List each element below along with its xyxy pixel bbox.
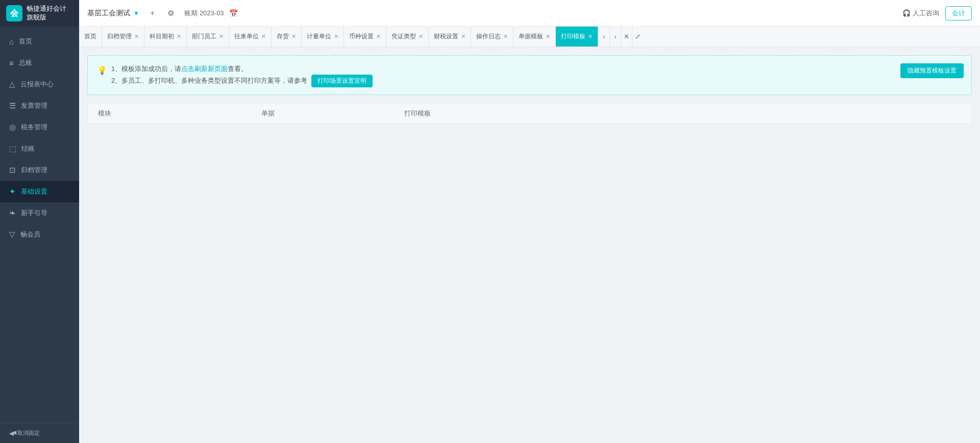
tab-bar: 首页归档管理✕科目期初✕部门员工✕往来单位✕存货✕计量单位✕币种设置✕凭证类型✕… <box>79 27 980 47</box>
logo-icon: 会 <box>6 5 22 21</box>
th-print_template: 打印模板 <box>394 109 971 118</box>
tab-currency[interactable]: 币种设置✕ <box>344 27 386 47</box>
tab-home[interactable]: 首页 <box>79 27 102 47</box>
tab-close-department[interactable]: ✕ <box>219 33 224 40</box>
tab-close-subject[interactable]: ✕ <box>177 33 181 40</box>
table-header: 模块单据打印模板 <box>87 103 972 124</box>
tab-label-department: 部门员工 <box>192 32 216 41</box>
nav-icon-guide: ❧ <box>9 208 16 218</box>
tab-close-operation_log[interactable]: ✕ <box>503 33 508 40</box>
nav-label-ledger: 总账 <box>19 58 32 67</box>
refresh-link[interactable]: 点击刷新新页面 <box>181 65 228 73</box>
nav-label-closing: 结账 <box>21 144 35 153</box>
tab-close-unit[interactable]: ✕ <box>334 33 338 40</box>
nav-icon-reports: △ <box>9 80 15 89</box>
nav-icon-tax: ◎ <box>9 123 16 132</box>
sidebar-item-guide[interactable]: ❧新手引导 <box>0 202 79 224</box>
period-info: 账期 2023-03 📅 <box>184 9 238 18</box>
settings-button[interactable]: ⚙ <box>164 6 178 20</box>
tab-supplier[interactable]: 往来单位✕ <box>229 27 272 47</box>
tab-close-single_template[interactable]: ✕ <box>546 33 550 40</box>
tab-label-supplier: 往来单位 <box>234 32 259 41</box>
sidebar-item-archive[interactable]: ⊡归档管理 <box>0 159 79 181</box>
nav-label-guide: 新手引导 <box>21 208 47 218</box>
sidebar-item-reports[interactable]: △云报表中心 <box>0 74 79 95</box>
sidebar: 会 畅捷通好会计 旗舰版 ⌂首页≡总账△云报表中心☰发票管理◎税务管理⬚结账⊡归… <box>0 0 79 443</box>
tab-nav-left[interactable]: ‹ <box>598 27 609 47</box>
nav-icon-member: ▽ <box>9 230 15 239</box>
sidebar-item-invoice[interactable]: ☰发票管理 <box>0 95 79 116</box>
nav-icon-ledger: ≡ <box>9 59 14 67</box>
notice-icon: 💡 <box>97 63 107 78</box>
notice-line1: 1、模板添加成功后，请点击刷新新页面查看。 <box>111 63 373 75</box>
tab-close-archive[interactable]: ✕ <box>134 33 139 40</box>
top-bar-right: 🎧 人工咨询 会计 <box>902 6 972 20</box>
tab-operation_log[interactable]: 操作日志✕ <box>471 27 513 47</box>
nav-icon-settings: ✦ <box>9 187 16 196</box>
sidebar-item-tax[interactable]: ◎税务管理 <box>0 116 79 138</box>
tab-expand-button[interactable]: ⤢ <box>632 27 643 47</box>
sidebar-item-ledger[interactable]: ≡总账 <box>0 52 79 74</box>
notice-line1-suffix: 查看。 <box>228 65 248 73</box>
period-label: 账期 <box>184 9 198 18</box>
service-button[interactable]: 🎧 人工咨询 <box>902 9 939 18</box>
tab-print_template[interactable]: 打印模板✕ <box>556 27 598 47</box>
nav-label-invoice: 发票管理 <box>21 101 47 110</box>
nav-label-archive: 归档管理 <box>21 166 47 175</box>
tab-tax_settings[interactable]: 财税设置✕ <box>429 27 471 47</box>
th-voucher: 单据 <box>251 109 394 118</box>
tab-label-inventory: 存货 <box>277 32 289 41</box>
org-selector[interactable]: 基层工会测试 ▼ <box>87 9 139 18</box>
sidebar-item-closing[interactable]: ⬚结账 <box>0 138 79 159</box>
notice-line1-prefix: 1、模板添加成功后，请 <box>111 65 181 73</box>
tab-label-archive: 归档管理 <box>107 32 132 41</box>
tab-inventory[interactable]: 存货✕ <box>272 27 302 47</box>
tab-close-inventory[interactable]: ✕ <box>291 33 296 40</box>
org-name: 基层工会测试 <box>87 9 130 18</box>
tab-department[interactable]: 部门员工✕ <box>187 27 229 47</box>
add-tab-button[interactable]: ＋ <box>145 6 160 20</box>
tab-archive[interactable]: 归档管理✕ <box>102 27 144 47</box>
calendar-icon[interactable]: 📅 <box>229 9 238 17</box>
tab-close-tax_settings[interactable]: ✕ <box>461 33 465 40</box>
tab-label-home: 首页 <box>84 32 96 41</box>
cancel-fixed-button[interactable]: ◀ ◀取消固定 <box>0 423 79 443</box>
kuaiji-button[interactable]: 会计 <box>945 6 972 20</box>
sidebar-item-member[interactable]: ▽畅会员 <box>0 224 79 245</box>
tab-close-print_template[interactable]: ✕ <box>588 33 593 40</box>
tab-label-unit: 计量单位 <box>307 32 331 41</box>
nav-label-reports: 云报表中心 <box>20 80 54 89</box>
sidebar-item-settings[interactable]: ✦基础设置 <box>0 181 79 202</box>
tab-subject[interactable]: 科目期初✕ <box>144 27 187 47</box>
top-bar-actions: ＋ ⚙ <box>145 6 178 20</box>
tab-nav-right[interactable]: › <box>609 27 621 47</box>
tab-single_template[interactable]: 单据模板✕ <box>513 27 556 47</box>
hide-preview-button[interactable]: 隐藏预置模板设置 <box>900 63 964 78</box>
tab-label-single_template: 单据模板 <box>519 32 543 41</box>
service-label: 人工咨询 <box>913 9 939 18</box>
sidebar-nav: ⌂首页≡总账△云报表中心☰发票管理◎税务管理⬚结账⊡归档管理✦基础设置❧新手引导… <box>0 27 79 423</box>
tab-close-currency[interactable]: ✕ <box>376 33 381 40</box>
tab-label-tax_settings: 财税设置 <box>434 32 458 41</box>
tab-close-all-button[interactable]: ✕ <box>621 27 632 47</box>
nav-icon-invoice: ☰ <box>9 101 16 110</box>
notice-line2: 2、多员工、多打印机、多种业务类型设置不同打印方案等，请参考 打印场景设置宣明 <box>111 75 373 87</box>
content-wrapper: 隐藏预置模板设置 💡 1、模板添加成功后，请点击刷新新页面查看。 2、多员工、多… <box>87 55 972 124</box>
logo-sub: 旗舰版 <box>27 13 66 22</box>
content-area: 隐藏预置模板设置 💡 1、模板添加成功后，请点击刷新新页面查看。 2、多员工、多… <box>79 47 980 443</box>
org-chevron-icon: ▼ <box>133 10 139 17</box>
tab-unit[interactable]: 计量单位✕ <box>302 27 344 47</box>
sidebar-item-home[interactable]: ⌂首页 <box>0 31 79 52</box>
tab-voucher_type[interactable]: 凭证类型✕ <box>386 27 429 47</box>
nav-label-tax: 税务管理 <box>21 123 47 132</box>
tab-close-supplier[interactable]: ✕ <box>261 33 266 40</box>
nav-label-member: 畅会员 <box>20 230 40 239</box>
cancel-fixed-label: ◀取消固定 <box>12 429 40 437</box>
tab-label-print_template: 打印模板 <box>561 32 585 41</box>
tab-label-voucher_type: 凭证类型 <box>391 32 416 41</box>
print-scene-button[interactable]: 打印场景设置宣明 <box>311 75 373 87</box>
tab-close-voucher_type[interactable]: ✕ <box>419 33 423 40</box>
notice-content: 1、模板添加成功后，请点击刷新新页面查看。 2、多员工、多打印机、多种业务类型设… <box>111 63 373 87</box>
notice-box: 💡 1、模板添加成功后，请点击刷新新页面查看。 2、多员工、多打印机、多种业务类… <box>87 55 972 95</box>
period-value: 2023-03 <box>200 9 224 17</box>
